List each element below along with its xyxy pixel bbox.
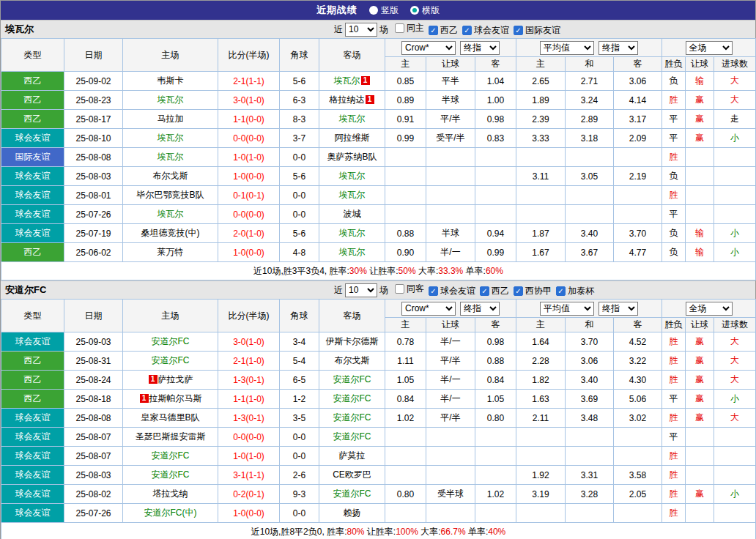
away-team-cell: 埃瓦尔 — [319, 167, 385, 186]
away-team-link[interactable]: 阿拉维斯 — [335, 133, 370, 143]
bookmaker-select[interactable]: Crow* — [401, 41, 456, 55]
red-card-badge: 1 — [361, 76, 370, 85]
home-team-link[interactable]: 韦斯卡 — [158, 75, 184, 86]
checked-checkbox-icon[interactable]: ✓ — [480, 286, 489, 296]
checked-checkbox-icon[interactable]: ✓ — [556, 286, 566, 296]
away-team-link[interactable]: 埃瓦尔 — [339, 228, 366, 238]
radio-icon[interactable] — [369, 6, 378, 15]
odds-stage-select-1[interactable]: 终指 — [460, 41, 500, 55]
home-team-link[interactable]: 毕尔巴鄂竞技B队 — [136, 190, 204, 200]
result-value: 输 — [686, 224, 714, 243]
home-team-link[interactable]: 萨拉戈萨 — [158, 374, 193, 384]
home-team-link[interactable]: 安道尔FC — [152, 336, 190, 346]
home-team-link[interactable]: 皇家马德里B队 — [141, 412, 199, 423]
away-team-link[interactable]: 埃瓦尔 — [339, 114, 366, 124]
filter-option-球会友谊[interactable]: ✓球会友谊 — [462, 24, 509, 37]
average-group-header: 平均值 终指 — [516, 39, 662, 57]
corner-count: 0-0 — [280, 205, 319, 224]
away-team-link[interactable]: 安道尔FC — [333, 488, 371, 499]
home-team-link[interactable]: 安道尔FC(中) — [144, 508, 197, 518]
corner-count: 0-0 — [280, 186, 319, 205]
away-team-link[interactable]: 埃瓦尔 — [339, 171, 366, 181]
filter-option-label: 同主 — [407, 22, 424, 34]
average-select[interactable]: 平均值 — [540, 41, 594, 55]
filter-option-国际友谊[interactable]: ✓国际友谊 — [514, 24, 560, 37]
away-team-link[interactable]: 安道尔FC — [333, 374, 371, 384]
avg-odds-value: 3.69 — [566, 390, 614, 409]
match-row: 球会友谊25-08-07圣瑟巴斯提安雷斯0-0(0-0)0-0安道尔FC平 — [1, 428, 756, 447]
away-team-link[interactable]: 奥萨苏纳B队 — [327, 152, 377, 162]
home-team-link[interactable]: 圣瑟巴斯提安雷斯 — [136, 431, 206, 442]
filter-option-西协甲[interactable]: ✓西协甲 — [514, 285, 552, 297]
home-team-link[interactable]: 安道尔FC — [152, 450, 190, 461]
filter-option-加泰杯[interactable]: ✓加泰杯 — [556, 285, 594, 297]
away-team-link[interactable]: 安道尔FC — [333, 393, 371, 404]
away-team-link[interactable]: 伊斯卡尔德斯 — [326, 336, 379, 346]
away-team-link[interactable]: 安道尔FC — [333, 431, 371, 442]
home-team-link[interactable]: 安道尔FC — [152, 355, 190, 365]
odds-stage-select-2[interactable]: 终指 — [598, 302, 638, 316]
away-team-link[interactable]: 埃瓦尔 — [339, 190, 366, 200]
fulltime-select[interactable]: 全场 — [686, 302, 733, 316]
away-team-link[interactable]: 格拉纳达 — [330, 94, 365, 105]
odds-stage-select-1[interactable]: 终指 — [460, 302, 500, 316]
home-team-link[interactable]: 埃瓦尔 — [158, 94, 184, 105]
avg-odds-value — [566, 148, 614, 167]
away-team-link[interactable]: 布尔戈斯 — [335, 355, 370, 365]
summary-row: 近10场,胜3平3负4, 胜率:30% 让胜率:50% 大率:33.3% 单率:… — [1, 262, 756, 280]
layout-radio-vertical[interactable]: 竖版 — [369, 4, 399, 17]
unchecked-checkbox-icon[interactable] — [395, 284, 404, 294]
home-team-link[interactable]: 埃瓦尔 — [158, 152, 184, 162]
filter-option-西乙[interactable]: ✓西乙 — [480, 285, 509, 297]
checked-checkbox-icon[interactable]: ✓ — [514, 26, 523, 35]
match-score: 3-0(1-0) — [218, 332, 280, 352]
home-team-link[interactable]: 布尔戈斯 — [153, 171, 188, 181]
average-select[interactable]: 平均值 — [540, 302, 594, 316]
filter-option-球会友谊[interactable]: ✓球会友谊 — [429, 285, 475, 297]
layout-radio-horizontal[interactable]: 横版 — [410, 4, 440, 17]
home-team-link[interactable]: 拉斯帕尔马斯 — [149, 393, 202, 404]
avg-odds-value: 2.89 — [566, 110, 614, 129]
odds-value — [426, 466, 475, 485]
radio-selected-icon[interactable] — [410, 6, 419, 15]
away-team-link[interactable]: 埃瓦尔 — [334, 75, 360, 86]
recent-count-select[interactable]: 10 — [345, 283, 377, 297]
red-card-badge: 1 — [140, 394, 149, 403]
bookmaker-select[interactable]: Crow* — [401, 302, 456, 316]
filter-option-西乙[interactable]: ✓西乙 — [429, 24, 458, 37]
away-team-link[interactable]: 赖扬 — [344, 508, 361, 518]
checked-checkbox-icon[interactable]: ✓ — [462, 26, 472, 35]
checked-checkbox-icon[interactable]: ✓ — [514, 286, 523, 296]
unchecked-checkbox-icon[interactable] — [395, 23, 404, 33]
avg-odds-value: 3.67 — [566, 243, 614, 262]
home-team-link[interactable]: 马拉加 — [158, 114, 184, 124]
home-team-link[interactable]: 埃瓦尔 — [158, 209, 184, 219]
average-group-header: 平均值 终指 — [516, 300, 662, 318]
home-team-link[interactable]: 桑坦德竞技(中) — [141, 228, 200, 238]
checked-checkbox-icon[interactable]: ✓ — [429, 286, 438, 296]
summary-stat-value: 60% — [486, 266, 503, 276]
away-team-cell: 奥萨苏纳B队 — [319, 148, 385, 167]
result-value — [686, 167, 714, 186]
home-team-link[interactable]: 安道尔FC — [152, 469, 190, 480]
away-team-link[interactable]: 萨莫拉 — [339, 450, 366, 461]
sub-col-header: 胜负 — [662, 318, 686, 332]
home-team-link[interactable]: 塔拉戈纳 — [153, 488, 188, 499]
recent-count-select[interactable]: 10 — [345, 23, 377, 37]
result-value: 大 — [714, 371, 756, 390]
odds-stage-select-2[interactable]: 终指 — [598, 41, 638, 55]
checked-checkbox-icon[interactable]: ✓ — [429, 26, 438, 35]
home-team-link[interactable]: 莱万特 — [158, 247, 184, 257]
home-team-link[interactable]: 埃瓦尔 — [158, 133, 184, 143]
away-team-link[interactable]: 埃瓦尔 — [339, 247, 366, 257]
match-row: 球会友谊25-08-08皇家马德里B队1-3(0-1)3-5安道尔FC1.02平… — [1, 409, 756, 428]
away-team-link[interactable]: 安道尔FC — [333, 412, 371, 423]
fulltime-select[interactable]: 全场 — [686, 41, 733, 55]
away-team-link[interactable]: CE欧罗巴 — [333, 469, 371, 480]
summary-stat-value: 50% — [399, 266, 416, 276]
away-team-link[interactable]: 波城 — [344, 209, 361, 219]
filter-option-同客[interactable]: 同客 — [395, 283, 424, 295]
match-row: 西乙25-08-31安道尔FC2-1(1-0)5-4布尔戈斯1.11平/半0.8… — [1, 352, 756, 371]
match-row: 西乙25-06-02莱万特1-0(0-0)4-8埃瓦尔0.90半/一0.991.… — [1, 243, 756, 262]
filter-option-同主[interactable]: 同主 — [395, 22, 424, 34]
